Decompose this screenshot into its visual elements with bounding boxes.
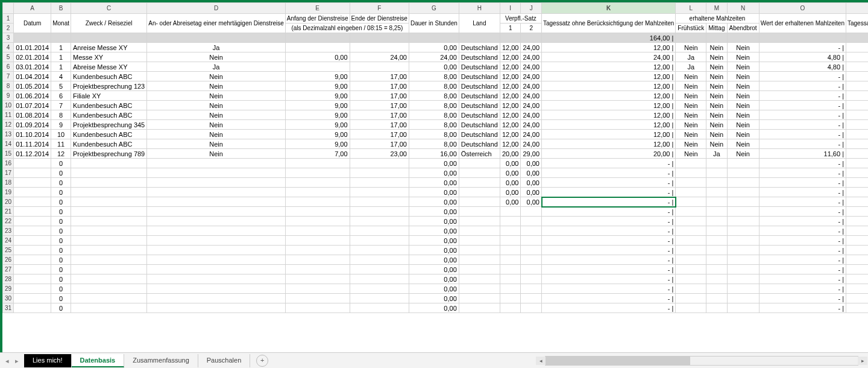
col-header-F[interactable]: F — [350, 3, 409, 14]
cell-B21[interactable]: 0 — [51, 207, 71, 217]
cell-B30[interactable]: 0 — [51, 294, 71, 303]
cell-O16[interactable]: - | — [759, 159, 846, 168]
cell-H26[interactable] — [459, 255, 500, 265]
cell-J17[interactable]: 0,00 — [521, 168, 542, 178]
row-header-13[interactable]: 13 — [3, 130, 14, 139]
col-header-L[interactable]: L — [676, 3, 706, 14]
cell-J24[interactable] — [521, 236, 542, 246]
cell-H8[interactable]: Deutschland — [459, 81, 500, 91]
col-header-B[interactable]: B — [51, 3, 71, 14]
col-header-G[interactable]: G — [409, 3, 459, 14]
col-header-H[interactable]: H — [459, 3, 500, 14]
col-header-C[interactable]: C — [71, 3, 146, 14]
cell-J7[interactable]: 24,00 — [521, 72, 542, 81]
cell-F14[interactable]: 17,00 — [350, 139, 409, 149]
col-header-I[interactable]: I — [500, 3, 521, 14]
cell-D29[interactable] — [147, 284, 286, 294]
cell-O17[interactable]: - | — [759, 168, 846, 178]
cell-C25[interactable] — [71, 246, 146, 255]
cell-G5[interactable]: 24,00 — [409, 52, 459, 62]
cell-I6[interactable]: 12,00 — [500, 62, 521, 72]
cell-C14[interactable]: Kundenbesuch ABC — [71, 139, 146, 149]
cell-C21[interactable] — [71, 207, 146, 217]
cell-M26[interactable] — [706, 255, 727, 265]
cell-I9[interactable]: 12,00 — [500, 91, 521, 101]
cell-H7[interactable]: Deutschland — [459, 72, 500, 81]
cell-F7[interactable]: 17,00 — [350, 72, 409, 81]
cell-D9[interactable]: Nein — [147, 91, 286, 101]
row-header-1[interactable]: 1 — [3, 14, 14, 24]
sum-M[interactable] — [706, 33, 727, 43]
cell-A29[interactable] — [14, 284, 51, 294]
cell-I26[interactable] — [500, 255, 521, 265]
cell-O26[interactable]: - | — [759, 255, 846, 265]
cell-K10[interactable]: 12,00 | — [542, 101, 676, 110]
cell-M19[interactable] — [706, 188, 727, 197]
cell-O20[interactable]: - | — [759, 197, 846, 207]
cell-H20[interactable] — [459, 197, 500, 207]
cell-C28[interactable] — [71, 274, 146, 284]
cell-B24[interactable]: 0 — [51, 236, 71, 246]
cell-N6[interactable]: Nein — [727, 62, 759, 72]
cell-N16[interactable] — [727, 159, 759, 168]
cell-I11[interactable]: 12,00 — [500, 110, 521, 120]
cell-G31[interactable]: 0,00 — [409, 303, 459, 313]
cell-P19[interactable]: - | — [846, 188, 869, 197]
row-header-20[interactable]: 20 — [3, 197, 14, 207]
cell-M12[interactable]: Nein — [706, 120, 727, 130]
cell-F28[interactable] — [350, 274, 409, 284]
cell-P14[interactable]: 12,00 | — [846, 139, 869, 149]
cell-H23[interactable] — [459, 226, 500, 236]
cell-A4[interactable]: 01.01.2014 — [14, 43, 51, 52]
cell-D23[interactable] — [147, 226, 286, 236]
cell-M15[interactable]: Ja — [706, 149, 727, 159]
cell-D14[interactable]: Nein — [147, 139, 286, 149]
cell-I24[interactable] — [500, 236, 521, 246]
cell-J31[interactable] — [521, 303, 542, 313]
cell-F17[interactable] — [350, 168, 409, 178]
col-header-M[interactable]: M — [706, 3, 727, 14]
cell-I31[interactable] — [500, 303, 521, 313]
cell-D7[interactable]: Nein — [147, 72, 286, 81]
horizontal-scrollbar[interactable]: ◂ ▸ — [545, 356, 858, 366]
cell-G8[interactable]: 8,00 — [409, 81, 459, 91]
cell-K23[interactable]: - | — [542, 226, 676, 236]
cell-L13[interactable]: Nein — [676, 130, 706, 139]
cell-E24[interactable] — [285, 236, 350, 246]
cell-P10[interactable]: 12,00 | — [846, 101, 869, 110]
cell-C12[interactable]: Projektbesprechung 345 — [71, 120, 146, 130]
cell-A21[interactable] — [14, 207, 51, 217]
cell-L29[interactable] — [676, 284, 706, 294]
cell-M18[interactable] — [706, 178, 727, 188]
cell-L26[interactable] — [676, 255, 706, 265]
cell-I20[interactable]: 0,00 — [500, 197, 521, 207]
cell-M27[interactable] — [706, 265, 727, 274]
cell-N17[interactable] — [727, 168, 759, 178]
cell-M31[interactable] — [706, 303, 727, 313]
cell-E15[interactable]: 7,00 — [285, 149, 350, 159]
cell-E8[interactable]: 9,00 — [285, 81, 350, 91]
cell-D8[interactable]: Nein — [147, 81, 286, 91]
cell-J5[interactable]: 24,00 — [521, 52, 542, 62]
cell-P29[interactable]: - | — [846, 284, 869, 294]
cell-F23[interactable] — [350, 226, 409, 236]
cell-I4[interactable]: 12,00 — [500, 43, 521, 52]
cell-B19[interactable]: 0 — [51, 188, 71, 197]
sheet-tab[interactable]: Pauschalen — [198, 354, 251, 367]
row-header-31[interactable]: 31 — [3, 303, 14, 313]
col-header-A[interactable]: A — [14, 3, 51, 14]
cell-N29[interactable] — [727, 284, 759, 294]
cell-I8[interactable]: 12,00 — [500, 81, 521, 91]
cell-L17[interactable] — [676, 168, 706, 178]
row-header-18[interactable]: 18 — [3, 178, 14, 188]
cell-A26[interactable] — [14, 255, 51, 265]
cell-P24[interactable]: - | — [846, 236, 869, 246]
cell-K21[interactable]: - | — [542, 207, 676, 217]
cell-C30[interactable] — [71, 294, 146, 303]
cell-N24[interactable] — [727, 236, 759, 246]
cell-P4[interactable]: 12,00 | — [846, 43, 869, 52]
cell-C19[interactable] — [71, 188, 146, 197]
cell-J27[interactable] — [521, 265, 542, 274]
cell-F11[interactable]: 17,00 — [350, 110, 409, 120]
cell-N4[interactable]: Nein — [727, 43, 759, 52]
